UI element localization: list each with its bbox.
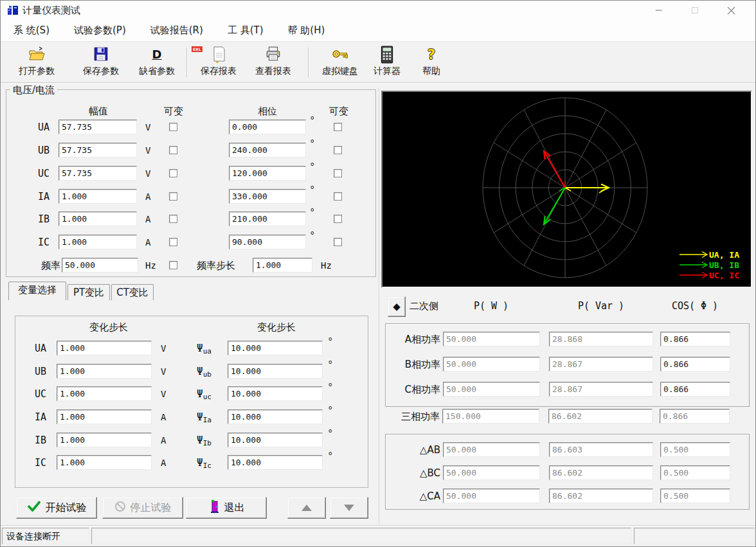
step-row: IB A ΨIb °: [15, 433, 368, 448]
ub-phase-input[interactable]: [229, 143, 306, 157]
psi-ia-step-input[interactable]: [228, 409, 323, 424]
tab-ct-ratio[interactable]: CT变比: [111, 284, 154, 300]
delta-bc-label: △BC: [386, 465, 440, 481]
frequency-input[interactable]: [62, 258, 138, 273]
menu-bar: 系 统(S) 试验参数(P) 试验报告(R) 工 具(T) 帮 助(H): [1, 20, 755, 42]
delta-ab-row: △AB: [386, 442, 749, 458]
psi-ub-step-input[interactable]: [228, 364, 323, 379]
stop-test-button[interactable]: 停止试验: [102, 497, 183, 519]
uc-phase-input[interactable]: [229, 166, 306, 181]
frequency-step-input[interactable]: [253, 258, 312, 273]
toolbar-default-params-button[interactable]: D 缺省参数: [129, 44, 185, 81]
ua-amplitude-input[interactable]: [59, 120, 137, 134]
ic-phase-variable-checkbox[interactable]: [334, 238, 342, 246]
default-params-icon: D: [129, 46, 185, 65]
toolbar-save-params-button[interactable]: 保存参数: [73, 44, 129, 81]
minimize-button[interactable]: [641, 1, 677, 20]
down-arrow-icon: [344, 505, 354, 511]
ib-amp-variable-checkbox[interactable]: [169, 215, 177, 223]
ic-amp-variable-checkbox[interactable]: [169, 238, 177, 246]
phase-b-q-field: [549, 357, 653, 372]
secondary-side-marker-button[interactable]: ◆: [388, 296, 406, 317]
psi-ua-step-input[interactable]: [228, 341, 323, 355]
toolbar-separator: [308, 48, 309, 77]
channel-label: IC: [15, 455, 46, 471]
close-button[interactable]: [713, 1, 749, 20]
tab-variable-select[interactable]: 变量选择: [8, 282, 66, 300]
menu-help[interactable]: 帮 助(H): [282, 22, 332, 39]
toolbar-calculator-button[interactable]: 计算器: [364, 44, 410, 81]
amplitude-unit: A: [145, 235, 150, 250]
phase-c-row: C相功率: [386, 382, 749, 397]
uc-amp-variable-checkbox[interactable]: [169, 169, 177, 177]
psi-label: Ψuc: [197, 386, 225, 403]
ub-amp-variable-checkbox[interactable]: [169, 146, 177, 154]
tab-pt-ratio[interactable]: PT变比: [68, 284, 110, 300]
channel-label: IA: [6, 189, 50, 204]
scroll-down-button[interactable]: [330, 497, 368, 519]
step-row: IA A ΨIa °: [15, 409, 368, 425]
psi-uc-step-input[interactable]: [228, 386, 323, 401]
legend-ub-ib: UB, IB: [709, 260, 739, 270]
phase-c-cos-field: [660, 382, 730, 397]
phase-c-q-field: [549, 382, 653, 397]
panel-divider: [379, 88, 379, 524]
total-q-field: [548, 409, 652, 424]
degree-symbol: °: [310, 161, 315, 173]
phase-header: 相位: [240, 105, 294, 118]
ub-amplitude-input[interactable]: [59, 143, 137, 157]
ua-step-input[interactable]: [57, 341, 152, 355]
amplitude-unit: A: [145, 211, 150, 227]
uc-step-input[interactable]: [57, 386, 152, 401]
step-unit: A: [161, 455, 166, 471]
vc-row-uc: UC V °: [6, 166, 375, 181]
uc-amplitude-input[interactable]: [59, 166, 137, 181]
frequency-variable-checkbox[interactable]: [169, 261, 177, 269]
app-window: 计量仪表测试 系 统(S) 试验参数(P) 试验报告(R) 工 具(T) 帮 助…: [0, 0, 756, 547]
ua-amp-variable-checkbox[interactable]: [169, 123, 177, 131]
psi-ic-step-input[interactable]: [228, 455, 323, 470]
up-arrow-icon: [302, 505, 312, 511]
menu-tools[interactable]: 工 具(T): [221, 22, 270, 39]
ic-step-input[interactable]: [57, 455, 152, 470]
ub-step-input[interactable]: [57, 364, 152, 379]
ib-amplitude-input[interactable]: [59, 211, 137, 226]
delta-ca-p-field: [443, 489, 540, 503]
toolbar-view-report-button[interactable]: 查看报表: [245, 44, 302, 81]
scroll-up-button[interactable]: [287, 497, 326, 519]
ia-step-input[interactable]: [57, 409, 152, 424]
ub-phase-variable-checkbox[interactable]: [334, 146, 342, 154]
uc-phase-variable-checkbox[interactable]: [334, 169, 342, 177]
toolbar-label: 帮助: [412, 66, 451, 77]
delta-bc-row: △BC: [386, 465, 749, 481]
phase-a-label: A相功率: [386, 332, 440, 347]
start-test-button[interactable]: 开始试验: [16, 497, 97, 519]
degree-symbol: °: [328, 428, 333, 440]
help-icon: ?: [412, 46, 451, 65]
ic-phase-input[interactable]: [229, 235, 306, 249]
exit-button[interactable]: 退出: [186, 497, 267, 519]
ib-phase-variable-checkbox[interactable]: [334, 215, 342, 223]
ic-amplitude-input[interactable]: [59, 235, 137, 249]
open-folder-icon: [8, 46, 65, 65]
ua-phase-input[interactable]: [229, 120, 306, 134]
menu-system[interactable]: 系 统(S): [7, 22, 56, 39]
ua-phase-variable-checkbox[interactable]: [334, 123, 342, 131]
ia-phase-input[interactable]: [229, 189, 306, 204]
ib-step-input[interactable]: [57, 433, 152, 447]
maximize-button[interactable]: [677, 1, 713, 20]
ia-amp-variable-checkbox[interactable]: [169, 192, 177, 201]
status-connection-segment: 设备连接断开: [2, 528, 89, 544]
vector-ub: [544, 188, 565, 224]
toolbar-virtual-keyboard-button[interactable]: 虚拟键盘: [312, 44, 368, 81]
menu-test-params[interactable]: 试验参数(P): [68, 22, 132, 39]
ib-phase-input[interactable]: [229, 211, 306, 226]
menu-test-report[interactable]: 试验报告(R): [144, 22, 210, 39]
ia-phase-variable-checkbox[interactable]: [334, 192, 342, 201]
toolbar-help-button[interactable]: ? 帮助: [412, 44, 451, 81]
toolbar-save-report-button[interactable]: EXL 保存报表: [190, 44, 247, 81]
ia-amplitude-input[interactable]: [59, 189, 137, 204]
start-test-label: 开始试验: [46, 501, 87, 515]
toolbar-open-params-button[interactable]: 打开参数: [8, 44, 65, 81]
psi-ib-step-input[interactable]: [228, 433, 323, 447]
